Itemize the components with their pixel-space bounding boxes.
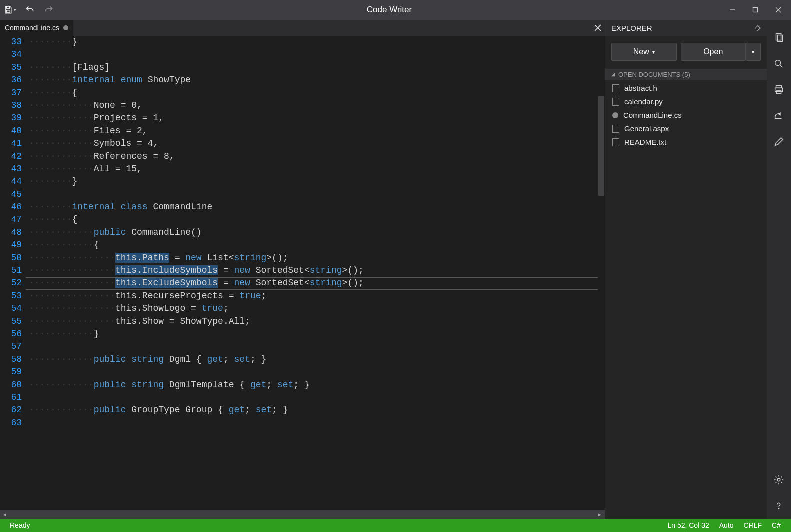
code-editor[interactable]: 3334353637383940414243444546474849505152… — [0, 36, 605, 510]
whitespace-guide: ············ — [29, 228, 94, 238]
document-item[interactable]: README.txt — [606, 136, 767, 149]
document-item[interactable]: calendar.py — [606, 95, 767, 108]
help-icon[interactable] — [767, 493, 791, 519]
svg-point-9 — [778, 508, 779, 509]
chevron-down-icon: ▾ — [652, 50, 655, 55]
document-label: README.txt — [624, 138, 666, 146]
whitespace-guide: ········ — [29, 62, 72, 72]
document-item[interactable]: CommandLine.cs — [606, 108, 767, 122]
file-icon — [612, 125, 620, 133]
main-area: CommandLine.cs 3334353637383940414243444… — [0, 20, 791, 519]
file-icon — [612, 98, 620, 106]
line-number: 56 — [0, 328, 22, 340]
whitespace-guide: ················ — [29, 304, 116, 314]
whitespace-guide: ············ — [29, 329, 94, 339]
line-number: 60 — [0, 379, 22, 392]
svg-rect-2 — [776, 34, 782, 40]
explorer-panel: EXPLORER ⊓ New ▾ Open ▾ ◢ OPEN DOCUMENTS… — [605, 20, 767, 519]
line-number: 44 — [0, 176, 22, 188]
open-documents-header[interactable]: ◢ OPEN DOCUMENTS (5) — [606, 69, 767, 80]
maximize-button[interactable] — [744, 2, 767, 18]
search-icon[interactable] — [767, 51, 791, 77]
tab-close-button[interactable] — [591, 20, 605, 36]
code-line: ········{ — [29, 214, 605, 226]
code-line: ············Projects = 1, — [29, 112, 605, 124]
whitespace-guide: ················ — [29, 278, 116, 288]
line-number: 37 — [0, 87, 22, 100]
file-icon — [612, 138, 620, 146]
svg-point-8 — [778, 478, 780, 482]
document-item[interactable]: General.aspx — [606, 122, 767, 136]
line-number: 52 — [0, 277, 22, 290]
scroll-right-icon[interactable]: ▸ — [596, 512, 604, 518]
code-line: ············public CommandLine() — [29, 226, 605, 239]
line-number: 43 — [0, 163, 22, 176]
line-number: 59 — [0, 366, 22, 378]
line-number: 35 — [0, 62, 22, 74]
document-item[interactable]: abstract.h — [606, 82, 767, 95]
window-title: Code Writer — [58, 5, 721, 15]
code-line: ················this.ShowLogo = true; — [29, 302, 605, 315]
line-number: 50 — [0, 252, 22, 264]
code-line: ········[Flags] — [29, 62, 605, 74]
code-line: ········{ — [29, 87, 605, 100]
code-line: ············Files = 2, — [29, 125, 605, 138]
whitespace-guide: ············ — [29, 380, 94, 390]
status-position[interactable]: Ln 52, Col 32 — [662, 522, 714, 530]
whitespace-guide: ············ — [29, 354, 94, 364]
whitespace-guide: ············ — [29, 126, 94, 136]
scroll-left-icon[interactable]: ◂ — [1, 512, 9, 518]
svg-rect-0 — [7, 10, 10, 13]
code-line: ················this.Show = ShowType.All… — [29, 316, 605, 328]
status-encoding[interactable]: Auto — [714, 522, 739, 530]
share-icon[interactable] — [767, 103, 791, 129]
line-number: 63 — [0, 417, 22, 430]
status-eol[interactable]: CRLF — [739, 522, 768, 530]
code-line: ············{ — [29, 239, 605, 252]
section-label: OPEN DOCUMENTS (5) — [618, 71, 690, 78]
line-number: 51 — [0, 264, 22, 277]
code-line — [29, 392, 605, 404]
code-line: ············All = 15, — [29, 163, 605, 176]
whitespace-guide: ················ — [29, 291, 116, 301]
redo-button[interactable] — [40, 2, 58, 18]
line-number: 46 — [0, 201, 22, 214]
minimize-button[interactable] — [721, 2, 744, 18]
code-line: ········internal class CommandLine — [29, 201, 605, 214]
line-number: 49 — [0, 239, 22, 252]
documents-icon[interactable] — [767, 25, 791, 51]
whitespace-guide: ········ — [29, 37, 72, 47]
whitespace-guide: ············ — [29, 152, 94, 162]
editor-horizontal-scrollbar[interactable]: ◂ ▸ — [0, 510, 605, 519]
line-number: 33 — [0, 36, 22, 48]
save-dropdown-icon[interactable]: ▾ — [12, 8, 18, 12]
print-icon[interactable] — [767, 77, 791, 103]
code-line: ················this.ExcludeSymbols = ne… — [29, 277, 605, 290]
settings-icon[interactable] — [767, 467, 791, 493]
code-line: ················this.Paths = new List<st… — [29, 252, 605, 264]
code-line — [29, 417, 605, 430]
whitespace-guide: ············ — [29, 113, 94, 123]
edit-icon[interactable] — [767, 129, 791, 155]
open-dropdown-button[interactable]: ▾ — [746, 43, 761, 61]
chevron-down-icon: ▾ — [752, 50, 754, 55]
editor-vertical-scrollbar[interactable] — [598, 36, 605, 510]
line-number: 36 — [0, 74, 22, 86]
status-language[interactable]: C# — [767, 522, 786, 530]
code-line: ············Symbols = 4, — [29, 138, 605, 150]
save-button[interactable]: ▾ — [2, 2, 20, 18]
status-bar: Ready Ln 52, Col 32 Auto CRLF C# — [0, 519, 791, 532]
open-button[interactable]: Open — [681, 43, 746, 61]
tab-commandline[interactable]: CommandLine.cs — [0, 20, 74, 36]
line-number: 38 — [0, 100, 22, 112]
close-window-button[interactable] — [767, 2, 790, 18]
code-line: ········} — [29, 36, 605, 48]
document-label: calendar.py — [624, 98, 663, 106]
line-number: 41 — [0, 138, 22, 150]
line-number: 57 — [0, 340, 22, 353]
pin-icon[interactable]: ⊓ — [754, 23, 763, 32]
undo-button[interactable] — [21, 2, 39, 18]
new-button[interactable]: New ▾ — [612, 43, 677, 61]
tab-label: CommandLine.cs — [5, 24, 60, 32]
code-line: ········} — [29, 176, 605, 188]
